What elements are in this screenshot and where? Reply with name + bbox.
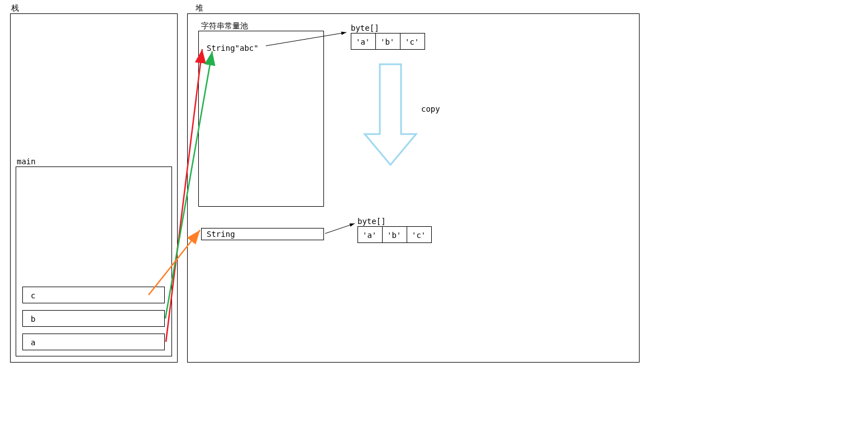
byte-cell-2a-label: 'a' [363,231,376,240]
main-label: main [17,157,36,166]
var-a-row [22,334,165,350]
copy-label: copy [421,104,440,113]
byte-cell-1c-label: 'c' [405,37,419,46]
byte-cell-2c-label: 'c' [412,231,426,240]
var-b-label: b [31,315,35,323]
string-pool-box [198,31,324,207]
var-c-label: c [31,291,35,300]
heap-title: 堆 [195,3,203,13]
byte-array-label-1: byte[] [351,23,379,32]
var-b-row [22,310,165,327]
byte-cell-2b-label: 'b' [387,231,401,240]
byte-array-label-2: byte[] [357,217,386,226]
var-c-row [22,287,165,303]
main-frame [16,166,172,356]
var-a-label: a [31,338,35,347]
byte-cell-1a-label: 'a' [356,37,370,46]
stack-title: 栈 [11,3,19,13]
pool-string-label: String"abc" [207,44,259,53]
byte-cell-1b-label: 'b' [380,37,394,46]
new-string-label: String [207,230,235,239]
string-pool-title: 字符串常量池 [201,21,248,31]
